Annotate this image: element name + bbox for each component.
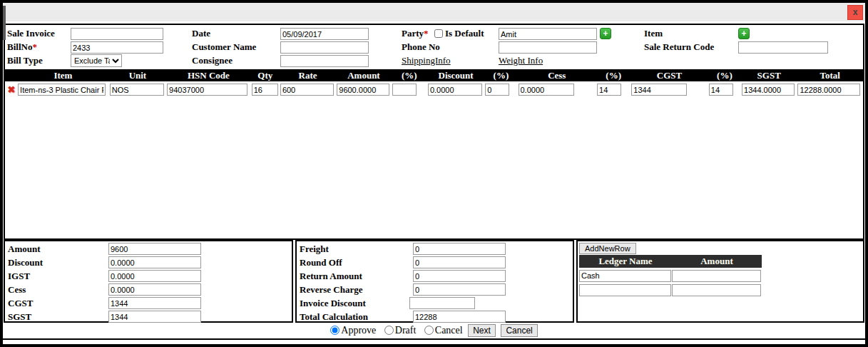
discount-input[interactable] [428, 84, 482, 96]
items-table-header-row: Item Unit HSN Code Qty Rate Amount (%) D… [5, 69, 863, 81]
summary-row: IGST [5, 270, 292, 283]
shipping-info-link[interactable]: ShippingInfo [402, 55, 451, 66]
invoice-discount-input[interactable] [409, 297, 475, 309]
discount-total-input[interactable] [108, 256, 201, 268]
summary-row: Round Off [297, 256, 573, 270]
ledger-panel: AddNewRow Ledger Name Amount [576, 240, 864, 323]
ledger-row [579, 283, 762, 298]
cgst-total-input[interactable] [108, 297, 201, 309]
sale-invoice-input[interactable] [71, 28, 163, 40]
ledger-name-input[interactable] [579, 270, 671, 282]
col-cess-pct: (%) [484, 69, 517, 81]
draft-radio-label: Draft [395, 325, 417, 336]
sgst-input[interactable] [742, 84, 795, 96]
sgst-pct-input[interactable] [709, 84, 733, 96]
close-button[interactable]: x [847, 5, 863, 20]
action-bar: Approve Draft Cancel Next Cancel [3, 323, 865, 338]
ledger-amount-column-header: Amount [672, 255, 762, 268]
amount-total-input[interactable] [108, 243, 201, 255]
summary-row: Discount [5, 256, 292, 270]
bill-type-select[interactable]: Exclude Tax [71, 54, 122, 67]
igst-total-input[interactable] [108, 270, 201, 282]
add-item-button[interactable]: + [738, 28, 750, 39]
cgst-total-label: CGST [8, 298, 33, 309]
cgst-pct-input[interactable] [597, 84, 621, 96]
sale-return-code-input[interactable] [738, 41, 828, 54]
round-off-label: Round Off [300, 257, 342, 268]
qty-input[interactable] [252, 84, 279, 96]
next-button[interactable]: Next [468, 324, 496, 337]
party-input[interactable] [499, 28, 597, 40]
col-discount-pct: (%) [392, 69, 427, 81]
hsn-code-input[interactable] [167, 84, 247, 96]
freight-label: Freight [300, 243, 329, 255]
weight-info-link[interactable]: Weight Info [499, 55, 543, 66]
add-party-button[interactable]: + [600, 28, 611, 39]
rate-input[interactable] [280, 84, 334, 96]
add-new-row-button[interactable]: AddNewRow [579, 243, 636, 254]
cancel-radio-option[interactable]: Cancel [424, 325, 465, 336]
summary-row: Total Calculation [297, 311, 573, 324]
title-bar: x [3, 3, 865, 21]
phone-no-input[interactable] [499, 41, 597, 54]
reverse-charge-label: Reverse Charge [300, 284, 362, 296]
ledger-amount-input[interactable] [672, 284, 761, 296]
delete-column-header [5, 69, 17, 81]
ledger-header-row: Ledger Name Amount [579, 255, 762, 268]
date-input[interactable] [280, 28, 369, 40]
col-hsn-code: HSN Code [166, 69, 251, 81]
charges-panel: Freight Round Off Return Amount Reverse … [295, 240, 574, 323]
total-calculation-input[interactable] [413, 311, 506, 323]
draft-radio[interactable] [384, 326, 394, 335]
tax-summary-panel: Amount Discount IGST Cess CGST SGST [4, 240, 293, 323]
item-label: Item [644, 28, 663, 39]
sgst-total-input[interactable] [108, 311, 201, 323]
freight-input[interactable] [413, 243, 506, 255]
ledger-table: Ledger Name Amount [579, 255, 762, 297]
party-required-mark: * [424, 28, 429, 39]
billno-input[interactable] [71, 41, 163, 54]
total-input[interactable] [797, 84, 860, 96]
approve-radio[interactable] [330, 326, 339, 335]
reverse-charge-input[interactable] [413, 283, 506, 296]
is-default-checkbox[interactable] [434, 29, 443, 38]
sale-invoice-label: Sale Invoice [7, 28, 55, 39]
discount-pct-input[interactable] [392, 84, 417, 96]
cancel-button[interactable]: Cancel [501, 324, 537, 337]
summary-row: Return Amount [297, 270, 573, 283]
cess-total-input[interactable] [108, 283, 201, 296]
cess-pct-input[interactable] [485, 84, 509, 96]
customer-name-label: Customer Name [192, 41, 256, 53]
col-amount: Amount [336, 69, 391, 81]
summary-row: Cess [5, 283, 292, 297]
amount-input[interactable] [337, 84, 389, 96]
item-name-input[interactable] [18, 84, 106, 96]
discount-total-label: Discount [8, 257, 43, 268]
ledger-name-input[interactable] [579, 284, 671, 296]
cess-total-label: Cess [8, 284, 26, 296]
col-qty: Qty [251, 69, 280, 81]
round-off-input[interactable] [413, 256, 506, 268]
cancel-radio[interactable] [424, 326, 434, 335]
party-label: Party* [402, 28, 429, 39]
consignee-label: Consignee [192, 55, 233, 66]
billno-label: BillNo* [7, 41, 37, 53]
invoice-window: x Sale Invoice BillNo* Bill Type Exclude… [0, 0, 868, 347]
header-form: Sale Invoice BillNo* Bill Type Exclude T… [5, 25, 863, 69]
customer-name-input[interactable] [280, 41, 369, 54]
draft-radio-option[interactable]: Draft [384, 325, 419, 336]
cess-input[interactable] [519, 84, 574, 96]
cgst-input[interactable] [631, 84, 687, 96]
approve-radio-option[interactable]: Approve [330, 325, 379, 336]
return-amount-input[interactable] [413, 270, 506, 282]
delete-row-icon[interactable]: ✖ [8, 84, 16, 95]
col-unit: Unit [109, 69, 166, 81]
ledger-amount-input[interactable] [672, 270, 761, 282]
bill-type-label: Bill Type [7, 55, 43, 66]
summary-row: SGST [5, 311, 292, 324]
invoice-form-box: Sale Invoice BillNo* Bill Type Exclude T… [4, 24, 864, 240]
consignee-input[interactable] [280, 55, 369, 67]
unit-input[interactable] [110, 84, 164, 96]
phone-no-label: Phone No [402, 41, 440, 53]
col-cess: Cess [518, 69, 597, 81]
